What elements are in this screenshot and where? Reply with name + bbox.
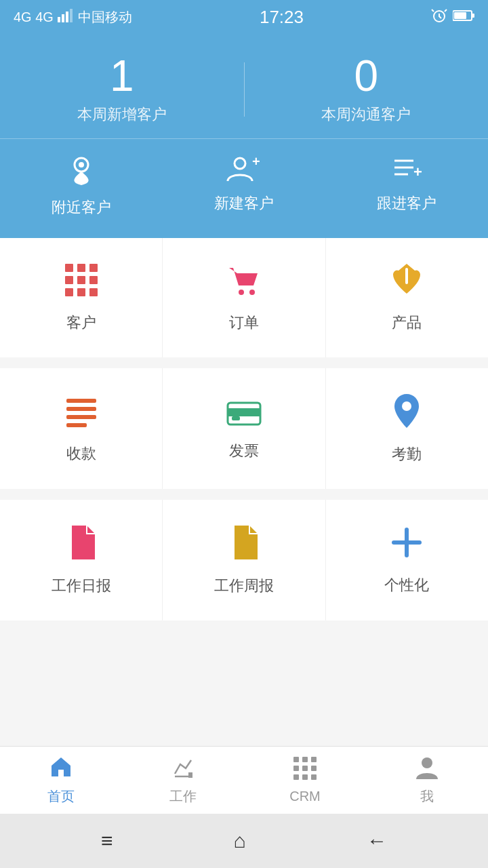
nav-home-button[interactable]: ⌂ — [234, 831, 246, 851]
svg-rect-6 — [472, 14, 474, 18]
daily-report-label: 工作日报 — [52, 576, 111, 596]
tab-crm[interactable]: CRM — [244, 747, 366, 814]
menu-item-daily-report[interactable]: 工作日报 — [0, 500, 163, 620]
svg-rect-40 — [293, 757, 299, 762]
svg-rect-46 — [293, 774, 299, 780]
stat-new-customers-value: 1 — [0, 54, 244, 98]
svg-rect-0 — [58, 17, 60, 22]
menu-section-3: 工作日报 工作周报 个性化 — [0, 500, 488, 620]
menu-item-orders[interactable]: 订单 — [163, 238, 325, 357]
attendance-label: 考勤 — [392, 444, 422, 465]
work-tab-label: 工作 — [169, 787, 197, 806]
battery-icon — [453, 9, 474, 25]
tab-me[interactable]: 我 — [366, 747, 488, 814]
payment-label: 收款 — [66, 443, 96, 464]
svg-point-9 — [79, 162, 84, 167]
carrier-label: 中国移动 — [78, 8, 132, 26]
followup-label: 跟进客户 — [377, 193, 436, 214]
svg-rect-1 — [62, 14, 64, 22]
quick-actions: 附近客户 + 新建客户 + 跟进客户 — [0, 138, 488, 238]
svg-rect-20 — [77, 276, 85, 284]
alarm-icon — [431, 7, 447, 27]
svg-rect-42 — [311, 757, 317, 762]
home-tab-label: 首页 — [47, 787, 75, 806]
weekly-report-label: 工作周报 — [214, 576, 274, 596]
main-content: 客户 订单 产品 — [0, 238, 488, 746]
orders-label: 订单 — [229, 313, 259, 333]
menu-item-invoice[interactable]: 发票 — [163, 368, 325, 489]
svg-rect-22 — [65, 288, 73, 296]
invoice-icon — [226, 396, 262, 431]
svg-point-25 — [239, 290, 244, 295]
svg-rect-29 — [66, 407, 96, 411]
svg-text:+: + — [413, 163, 422, 180]
work-tab-icon — [171, 755, 195, 783]
menu-item-weekly-report[interactable]: 工作周报 — [163, 500, 325, 620]
quick-action-followup[interactable]: + 跟进客户 — [377, 153, 436, 218]
nav-menu-button[interactable]: ≡ — [101, 831, 113, 851]
invoice-label: 发票 — [229, 441, 259, 461]
svg-rect-28 — [66, 399, 96, 403]
status-bar: 4G 4G 中国移动 17:23 — [0, 0, 488, 34]
products-label: 产品 — [392, 313, 422, 333]
svg-rect-18 — [89, 264, 98, 272]
svg-point-49 — [422, 757, 432, 768]
svg-rect-3 — [70, 9, 73, 22]
svg-point-10 — [235, 158, 245, 169]
header-stats: 1 本周新增客户 0 本周沟通客户 — [0, 34, 488, 138]
svg-rect-2 — [66, 12, 68, 22]
svg-rect-7 — [454, 12, 466, 19]
stat-communicated-label: 本周沟通客户 — [245, 104, 489, 125]
svg-rect-24 — [89, 288, 98, 296]
stat-communicated-customers: 0 本周沟通客户 — [245, 54, 489, 125]
stat-new-customers: 1 本周新增客户 — [0, 54, 244, 125]
products-icon — [389, 262, 424, 303]
quick-action-new-customer[interactable]: + 新建客户 — [214, 153, 274, 218]
svg-rect-47 — [302, 774, 308, 780]
svg-rect-34 — [232, 416, 240, 420]
signal-bars — [58, 9, 74, 26]
svg-rect-43 — [293, 766, 299, 771]
menu-item-products[interactable]: 产品 — [326, 238, 488, 357]
svg-rect-44 — [302, 766, 308, 771]
svg-rect-23 — [77, 288, 85, 296]
menu-item-personalize[interactable]: 个性化 — [326, 500, 488, 620]
status-left: 4G 4G 中国移动 — [14, 8, 132, 26]
signal-icon: 4G 4G — [14, 9, 54, 25]
svg-point-35 — [402, 401, 411, 411]
menu-item-attendance[interactable]: 考勤 — [326, 368, 488, 489]
menu-row-1: 客户 订单 产品 — [0, 238, 488, 357]
followup-icon: + — [392, 153, 422, 186]
svg-point-26 — [249, 290, 255, 295]
svg-rect-21 — [89, 276, 98, 284]
quick-action-nearby[interactable]: 附近客户 — [52, 153, 111, 218]
tab-bar: 首页 工作 CRM — [0, 746, 488, 814]
menu-row-2: 收款 发票 考勤 — [0, 368, 488, 489]
status-time: 17:23 — [260, 7, 304, 28]
add-customer-icon: + — [226, 153, 262, 186]
stat-communicated-value: 0 — [245, 54, 489, 98]
personalize-icon — [389, 525, 424, 566]
svg-rect-19 — [65, 276, 73, 284]
tab-home[interactable]: 首页 — [0, 747, 122, 814]
payment-icon — [64, 393, 99, 434]
svg-rect-41 — [302, 757, 308, 762]
customers-label: 客户 — [66, 313, 96, 333]
svg-rect-16 — [65, 264, 73, 272]
crm-tab-icon — [293, 756, 317, 785]
svg-rect-45 — [311, 766, 317, 771]
system-nav-bar: ≡ ⌂ ← — [0, 814, 488, 868]
menu-item-payment[interactable]: 收款 — [0, 368, 163, 489]
customers-icon — [64, 262, 99, 303]
attendance-icon — [392, 393, 422, 435]
stat-new-customers-label: 本周新增客户 — [0, 104, 244, 125]
personalize-label: 个性化 — [384, 575, 429, 595]
menu-item-customers[interactable]: 客户 — [0, 238, 163, 357]
svg-rect-17 — [77, 264, 85, 272]
nearby-icon — [66, 153, 96, 191]
new-customer-label: 新建客户 — [214, 193, 274, 214]
nav-back-button[interactable]: ← — [367, 831, 387, 851]
tab-work[interactable]: 工作 — [122, 747, 244, 814]
svg-rect-33 — [228, 408, 260, 416]
crm-tab-label: CRM — [289, 789, 321, 804]
